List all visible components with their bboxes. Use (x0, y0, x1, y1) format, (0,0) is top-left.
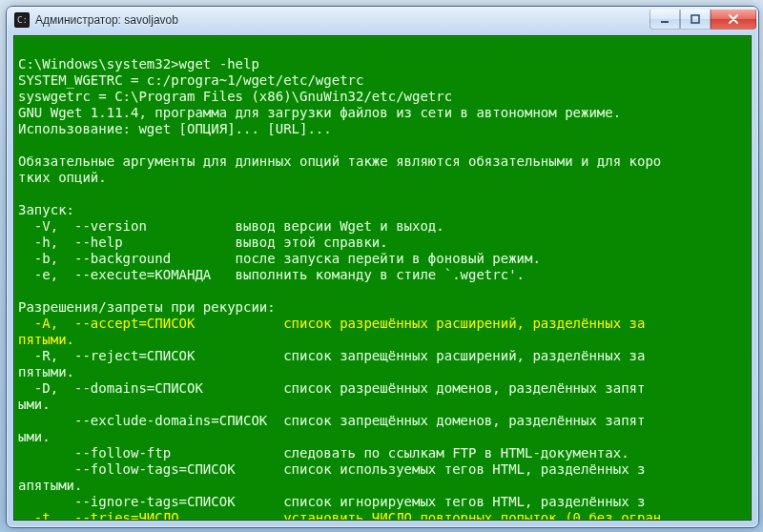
console-line: -h, --help вывод этой справки. (18, 235, 749, 251)
console-line: --follow-tags=СПИСОК список используемых… (18, 461, 749, 478)
console-line (18, 186, 749, 202)
console-line: --follow-ftp следовать по ссылкам FTP в … (18, 445, 749, 461)
window-title: Администратор: savoljavob (35, 13, 650, 27)
terminal-window: C: Администратор: savoljavob C:\Windows\… (6, 6, 759, 528)
svg-rect-4 (691, 15, 699, 23)
console-line: C:\Windows\system32>wget -help (18, 56, 749, 72)
console-line: --exclude-domains=СПИСОК список запрещён… (18, 413, 749, 429)
svg-text:C:: C: (17, 15, 28, 25)
window-controls (650, 10, 756, 29)
console-line: Разрешения/запреты при рекурсии: (18, 299, 749, 316)
console-line: Обязательные аргументы для длинных опций… (18, 153, 749, 170)
title-user: savoljavob (124, 13, 178, 27)
console-line (18, 283, 749, 299)
minimize-button[interactable] (650, 10, 680, 30)
console-line: SYSTEM_WGETRC = c:/progra~1/wget/etc/wge… (18, 72, 749, 89)
console-line: -e, --execute=КОМАНДА выполнить команду … (18, 267, 749, 283)
console-line: пятыми. (18, 364, 749, 380)
console-line: -A, --accept=СПИСОК список разрешённых р… (18, 316, 749, 332)
console-line (18, 40, 749, 56)
console-area[interactable]: C:\Windows\system32>wget -helpSYSTEM_WGE… (13, 35, 752, 521)
titlebar[interactable]: C: Администратор: savoljavob (7, 7, 758, 33)
console-line: ыми. (18, 397, 749, 413)
console-line: -t, --tries=ЧИСЛО установить ЧИСЛО повто… (18, 510, 749, 521)
console-line (18, 137, 749, 153)
maximize-button[interactable] (680, 10, 711, 30)
console-line: syswgetrc = C:\Program Files (x86)\GnuWi… (18, 89, 749, 105)
console-line: -D, --domains=СПИСОК список разрешённых … (18, 380, 749, 397)
terminal-icon: C: (14, 12, 30, 28)
console-line: тких опций. (18, 170, 749, 186)
console-line: -b, --background после запуска перейти в… (18, 251, 749, 267)
console-line: пятыми. (18, 332, 749, 348)
svg-rect-3 (661, 21, 669, 23)
console-line: Использование: wget [ОПЦИЯ]... [URL]... (18, 121, 749, 137)
console-line: ыми. (18, 429, 749, 445)
console-line: -R, --reject=СПИСОК список запрещённых р… (18, 348, 749, 364)
title-prefix: Администратор: (35, 13, 124, 27)
close-button[interactable] (711, 10, 756, 30)
console-line: GNU Wget 1.11.4, программа для загрузки … (18, 105, 749, 121)
console-line: Запуск: (18, 202, 749, 218)
console-line: апятыми. (18, 478, 749, 494)
console-line: -V, --version вывод версии Wget и выход. (18, 218, 749, 235)
console-output: C:\Windows\system32>wget -helpSYSTEM_WGE… (14, 36, 751, 521)
console-line: --ignore-tags=СПИСОК список игнорируемых… (18, 494, 749, 510)
